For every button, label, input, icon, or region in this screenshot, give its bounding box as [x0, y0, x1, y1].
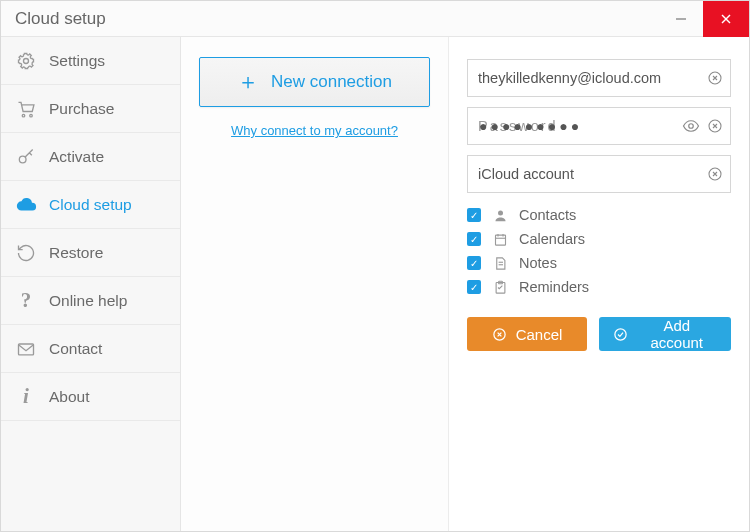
- window-title: Cloud setup: [15, 9, 659, 29]
- cancel-button[interactable]: Cancel: [467, 317, 587, 351]
- sidebar-item-label: Settings: [49, 52, 105, 70]
- titlebar: Cloud setup: [1, 1, 749, 37]
- sidebar-item-label: Cloud setup: [49, 196, 132, 214]
- calendar-icon: [491, 232, 509, 247]
- cancel-icon: [492, 326, 508, 342]
- account-name-field-wrap: [467, 155, 731, 193]
- help-icon: ?: [15, 288, 37, 313]
- svg-point-3: [24, 58, 29, 63]
- note-icon: [491, 256, 509, 271]
- clear-email-icon[interactable]: [705, 68, 725, 88]
- svg-point-4: [22, 114, 25, 117]
- sync-label: Contacts: [519, 207, 576, 223]
- cart-icon: [15, 99, 37, 119]
- sidebar-item-purchase[interactable]: Purchase: [1, 85, 180, 133]
- clear-password-icon[interactable]: [705, 116, 725, 136]
- svg-point-6: [19, 156, 26, 163]
- sidebar-item-label: Activate: [49, 148, 104, 166]
- restore-icon: [15, 243, 37, 263]
- check-circle-icon: [613, 326, 628, 342]
- sidebar-item-label: Purchase: [49, 100, 114, 118]
- sync-reminders[interactable]: ✓ Reminders: [467, 279, 731, 295]
- svg-point-5: [30, 114, 33, 117]
- sidebar-item-about[interactable]: i About: [1, 373, 180, 421]
- minimize-button[interactable]: [659, 1, 703, 37]
- cloud-icon: [15, 194, 37, 216]
- sync-contacts[interactable]: ✓ Contacts: [467, 207, 731, 223]
- add-label: Add account: [636, 317, 717, 351]
- account-name-field[interactable]: [467, 155, 731, 193]
- sidebar-item-label: Online help: [49, 292, 127, 310]
- new-connection-label: New connection: [271, 72, 392, 92]
- sync-notes[interactable]: ✓ Notes: [467, 255, 731, 271]
- mail-icon: [15, 339, 37, 359]
- reminder-icon: [491, 280, 509, 295]
- checkbox-icon: ✓: [467, 256, 481, 270]
- close-button[interactable]: [703, 1, 749, 37]
- svg-point-12: [498, 210, 503, 215]
- info-icon: i: [15, 384, 37, 409]
- key-icon: [15, 147, 37, 167]
- center-panel: ＋ New connection Why connect to my accou…: [181, 37, 449, 531]
- sync-calendars[interactable]: ✓ Calendars: [467, 231, 731, 247]
- sync-label: Reminders: [519, 279, 589, 295]
- sidebar-item-cloud-setup[interactable]: Cloud setup: [1, 181, 180, 229]
- sidebar-item-contact[interactable]: Contact: [1, 325, 180, 373]
- plus-icon: ＋: [237, 67, 259, 97]
- sync-options: ✓ Contacts ✓ Calendars ✓ Notes: [467, 207, 731, 295]
- svg-point-22: [615, 328, 626, 339]
- sidebar-item-label: Contact: [49, 340, 102, 358]
- checkbox-icon: ✓: [467, 208, 481, 222]
- button-row: Cancel Add account: [467, 317, 731, 351]
- clear-name-icon[interactable]: [705, 164, 725, 184]
- new-connection-button[interactable]: ＋ New connection: [199, 57, 430, 107]
- svg-point-9: [689, 124, 694, 129]
- sidebar: Settings Purchase Activate Cloud setup R: [1, 37, 181, 531]
- sidebar-item-restore[interactable]: Restore: [1, 229, 180, 277]
- form-panel: ●●●●●●●●● ✓: [449, 37, 749, 531]
- reveal-password-icon[interactable]: [681, 116, 701, 136]
- sidebar-item-settings[interactable]: Settings: [1, 37, 180, 85]
- checkbox-icon: ✓: [467, 232, 481, 246]
- svg-rect-13: [495, 235, 505, 245]
- person-icon: [491, 208, 509, 223]
- sidebar-item-label: About: [49, 388, 90, 406]
- checkbox-icon: ✓: [467, 280, 481, 294]
- sidebar-item-online-help[interactable]: ? Online help: [1, 277, 180, 325]
- sync-label: Notes: [519, 255, 557, 271]
- email-field-wrap: [467, 59, 731, 97]
- why-connect-link[interactable]: Why connect to my account?: [199, 123, 430, 138]
- svg-rect-7: [19, 344, 34, 355]
- sidebar-item-label: Restore: [49, 244, 103, 262]
- gear-icon: [15, 51, 37, 71]
- email-field[interactable]: [467, 59, 731, 97]
- cancel-label: Cancel: [516, 326, 563, 343]
- password-field-wrap: ●●●●●●●●●: [467, 107, 731, 145]
- add-account-button[interactable]: Add account: [599, 317, 731, 351]
- main-area: Settings Purchase Activate Cloud setup R: [1, 37, 749, 531]
- sidebar-item-activate[interactable]: Activate: [1, 133, 180, 181]
- sync-label: Calendars: [519, 231, 585, 247]
